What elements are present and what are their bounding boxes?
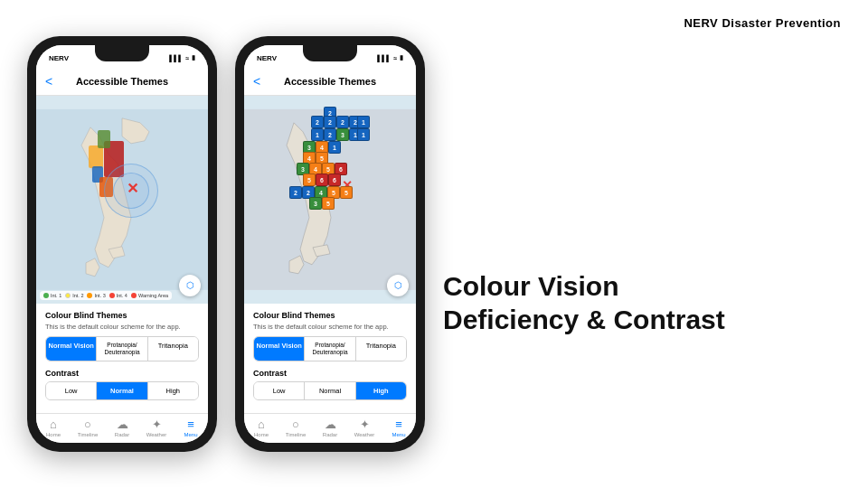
marker-1-5: 1 <box>328 141 341 154</box>
feature-text: Colour Vision Deficiency & Contrast <box>443 269 725 337</box>
phone2-normal-vision-btn[interactable]: Normal Vision <box>254 337 305 361</box>
phone2-tritanopia-btn[interactable]: Tritanopia <box>356 337 406 361</box>
phone2-timeline-label: Timeline <box>286 432 306 437</box>
phone1-nav-timeline[interactable]: ○ Timeline <box>71 418 105 437</box>
phone1-low-btn[interactable]: Low <box>46 382 97 399</box>
marker-5-3: 5 <box>303 174 316 186</box>
phone2-map[interactable]: 2 2 2 2 2 1 1 2 3 1 1 3 4 1 <box>244 96 416 304</box>
phone1-map[interactable]: ✕ Int. 1 Int. 2 Int. 3 <box>36 96 208 304</box>
marker-6-2: 6 <box>316 174 328 186</box>
phone2-contrast-label: Contrast <box>253 369 407 378</box>
phone1-nav-weather[interactable]: ✦ Weather <box>139 418 174 437</box>
phone1-nav-bar: < Accessible Themes <box>36 67 208 96</box>
phone1-layers-icon: ⬡ <box>186 280 194 290</box>
phone1-menu-icon: ≡ <box>187 418 194 431</box>
phone2-device: NERV ▌▌▌ ≈ ▮ < Accessible Themes <box>235 36 425 452</box>
phone2-map-button[interactable]: ⬡ <box>387 275 409 296</box>
phone1-notch <box>95 45 149 61</box>
phone1-device: NERV ▌▌▌ ≈ ▮ < Accessible Themes <box>27 36 217 452</box>
phone2-section-title: Colour Blind Themes <box>253 311 407 320</box>
phone2-status-icons: ▌▌▌ ≈ ▮ <box>377 54 403 61</box>
phone1-timeline-label: Timeline <box>78 432 98 437</box>
phone1-radar-label: Radar <box>115 432 129 437</box>
phone1-vision-group[interactable]: Normal Vision Protanopia/Deuteranopia Tr… <box>45 336 199 361</box>
phone1-back-button[interactable]: < <box>45 74 52 89</box>
phone2-high-btn[interactable]: High <box>356 382 406 399</box>
phone1-screen: NERV ▌▌▌ ≈ ▮ < Accessible Themes <box>36 45 208 443</box>
phone1-normal-vision-btn[interactable]: Normal Vision <box>46 337 97 361</box>
phone2-signal-icon: ▌▌▌ <box>377 55 391 61</box>
phone2-nav-title: Accessible Themes <box>284 76 376 87</box>
phone2-radar-icon: ☁ <box>325 418 336 431</box>
phone1-battery-icon: ▮ <box>192 54 195 61</box>
legend-label-2: Int. 2 <box>72 293 83 298</box>
phone2-timeline-icon: ○ <box>292 418 299 431</box>
phone1-wrapper: NERV ▌▌▌ ≈ ▮ < Accessible Themes <box>27 36 217 452</box>
phone1-contrast-group[interactable]: Low Normal High <box>45 381 199 400</box>
phone2-protanopia-btn[interactable]: Protanopia/Deuteranopia <box>305 337 355 361</box>
phone1-contrast-label: Contrast <box>45 369 199 378</box>
phone2-home-label: Home <box>254 432 269 437</box>
phone2-nav-timeline[interactable]: ○ Timeline <box>278 418 313 437</box>
marker-1-1: 1 <box>357 116 370 128</box>
feature-line1: Colour Vision <box>443 269 725 304</box>
phone1-high-btn[interactable]: High <box>148 382 198 399</box>
legend-int1: Int. 1 <box>43 293 61 298</box>
phone2-nav-bar: < Accessible Themes <box>244 67 416 96</box>
phone2-back-button[interactable]: < <box>253 74 260 89</box>
phone2-vision-group[interactable]: Normal Vision Protanopia/Deuteranopia Tr… <box>253 336 407 361</box>
phone2-nav-menu[interactable]: ≡ Menu <box>382 418 416 437</box>
phone1-tritanopia-btn[interactable]: Tritanopia <box>148 337 198 361</box>
phone1-normal-btn[interactable]: Normal <box>97 382 147 399</box>
marker-1-4: 1 <box>357 128 370 141</box>
legend-dot-warning <box>131 293 137 298</box>
region-green <box>98 130 110 148</box>
marker-2-2: 2 <box>311 116 324 128</box>
phone1-timeline-icon: ○ <box>84 418 91 431</box>
phone2-wrapper: NERV ▌▌▌ ≈ ▮ < Accessible Themes <box>235 36 425 452</box>
marker-2-6: 2 <box>324 128 336 141</box>
phone2-screen: NERV ▌▌▌ ≈ ▮ < Accessible Themes <box>244 45 416 443</box>
phone1-wifi-icon: ≈ <box>185 55 189 61</box>
phone1-home-icon: ⌂ <box>50 418 57 431</box>
phone1-nav-radar[interactable]: ☁ Radar <box>105 418 139 437</box>
legend-dot-3 <box>87 293 92 298</box>
phone1-status-icons: ▌▌▌ ≈ ▮ <box>169 54 195 61</box>
phone2-nav-weather[interactable]: ✦ Weather <box>347 418 382 437</box>
phone2-weather-icon: ✦ <box>360 418 370 431</box>
phone1-map-button[interactable]: ⬡ <box>179 275 201 296</box>
legend-label-3: Int. 3 <box>94 293 105 298</box>
phones-container: NERV ▌▌▌ ≈ ▮ < Accessible Themes <box>27 36 425 452</box>
phone1-menu-label: Menu <box>184 432 197 437</box>
phone2-nav-home[interactable]: ⌂ Home <box>244 418 278 437</box>
phone2-contrast-group[interactable]: Low Normal High <box>253 381 407 400</box>
phone1-map-legend: Int. 1 Int. 2 Int. 3 Int. 4 <box>40 291 172 300</box>
phone2-carrier: NERV <box>257 54 277 62</box>
marker-5-6: 5 <box>322 197 335 210</box>
phone2-battery-icon: ▮ <box>400 54 403 61</box>
marker-2-4: 2 <box>336 116 349 128</box>
phone2-weather-label: Weather <box>354 432 375 437</box>
phone1-protanopia-btn[interactable]: Protanopia/Deuteranopia <box>97 337 147 361</box>
phone1-weather-icon: ✦ <box>152 418 162 431</box>
region-yellow <box>89 145 103 168</box>
phone2-home-icon: ⌂ <box>258 418 265 431</box>
legend-int4: Int. 4 <box>109 293 127 298</box>
phone1-weather-label: Weather <box>146 432 167 437</box>
phone1-nav-home[interactable]: ⌂ Home <box>36 418 71 437</box>
marker-2-3: 2 <box>324 116 336 128</box>
phone1-home-label: Home <box>46 432 61 437</box>
phone1-nav-menu[interactable]: ≡ Menu <box>174 418 208 437</box>
right-panel: Colour Vision Deficiency & Contrast <box>425 152 841 337</box>
marker-3-4: 3 <box>309 197 322 210</box>
legend-dot-4 <box>109 293 115 298</box>
phone2-normal-btn[interactable]: Normal <box>305 382 355 399</box>
marker-5-5: 5 <box>340 186 353 199</box>
phone2-nav-radar[interactable]: ☁ Radar <box>313 418 347 437</box>
phone1-section-desc: This is the default colour scheme for th… <box>45 323 199 332</box>
legend-warning: Warning Area <box>131 293 168 298</box>
legend-label-warning: Warning Area <box>138 293 168 298</box>
phone1-earthquake-cross: ✕ <box>127 182 138 196</box>
phone1-carrier: NERV <box>49 54 69 62</box>
phone2-low-btn[interactable]: Low <box>254 382 305 399</box>
